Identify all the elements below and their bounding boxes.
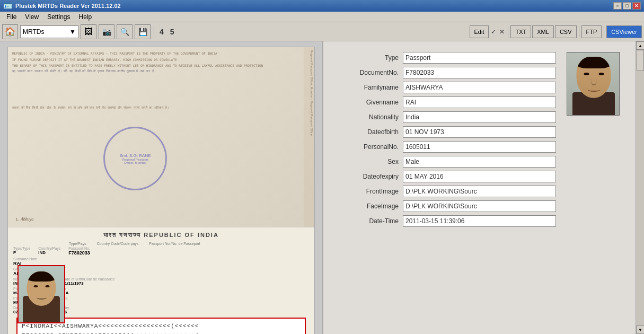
xml-button[interactable]: XML bbox=[532, 25, 554, 38]
dropdown-label: MRTDs bbox=[23, 28, 44, 36]
close-button[interactable]: ✕ bbox=[632, 2, 641, 10]
type-row: Type Passport bbox=[339, 52, 556, 64]
title-bar: 🪪 Plustek MRTDs Reader Ver 2011.12.02 − … bbox=[0, 0, 644, 12]
passport-small-photo bbox=[17, 265, 65, 323]
document-no-label: DocumentNo. bbox=[339, 69, 403, 76]
toolbar-magnify-button[interactable]: 🔍 bbox=[117, 24, 133, 39]
sex-value[interactable]: Male bbox=[403, 156, 556, 168]
nationality-value[interactable]: India bbox=[403, 111, 556, 123]
toolbar-scan-button[interactable]: 🖼 bbox=[81, 24, 96, 39]
given-name-row: Givenname RAI bbox=[339, 96, 556, 108]
ftp-button[interactable]: FTP bbox=[581, 25, 602, 38]
passport-top: REPUBLIC OF INDIA · MINISTRY OF EXTERNAL… bbox=[8, 47, 314, 227]
document-no-row: DocumentNo. F7802033 bbox=[339, 67, 556, 78]
dob-value[interactable]: 01 NOV 1973 bbox=[403, 126, 556, 138]
left-panel: REPUBLIC OF INDIA · MINISTRY OF EXTERNAL… bbox=[0, 41, 323, 334]
republic-header: भारत गणराज्य REPUBLIC OF INDIA bbox=[13, 232, 309, 239]
csviewer-button[interactable]: CSViewer bbox=[606, 25, 642, 38]
face-photo bbox=[567, 52, 620, 116]
page-number-5: 5 bbox=[168, 28, 177, 36]
csv-button[interactable]: CSV bbox=[555, 25, 577, 38]
check-icon[interactable]: ✓ bbox=[490, 28, 497, 36]
toolbar-home-button[interactable]: 🏠 bbox=[2, 24, 18, 39]
passport-stamp: Smt. S.G. RANE Regional Passport Officer… bbox=[103, 127, 167, 190]
scroll-down-button[interactable]: ▼ bbox=[636, 326, 644, 334]
dob-label: Dateofbirth bbox=[339, 128, 403, 136]
toolbar-save-button[interactable]: 💾 bbox=[135, 24, 151, 39]
front-image-row: FrontImage D:\PLK WORKING\Sourc bbox=[339, 186, 556, 197]
datetime-value[interactable]: 2011-03-15 11:39:06 bbox=[403, 215, 556, 227]
family-name-label: Familyname bbox=[339, 84, 403, 91]
nationality-label: Nationality bbox=[339, 113, 403, 121]
app-title: Plustek MRTDs Reader Ver 2011.12.02 bbox=[15, 3, 121, 9]
expiry-value[interactable]: 01 MAY 2016 bbox=[403, 171, 556, 182]
personal-no-label: PersonalNo. bbox=[339, 143, 403, 151]
menu-view[interactable]: View bbox=[21, 12, 43, 22]
menu-settings[interactable]: Settings bbox=[43, 12, 74, 22]
passport-dob: 01/11/1973 bbox=[63, 281, 115, 286]
passport-docno: F7802033 bbox=[68, 250, 90, 256]
personal-no-row: PersonalNo. 1605011 bbox=[339, 141, 556, 153]
toolbar-separator-1 bbox=[154, 25, 154, 38]
data-fields: Type Passport DocumentNo. F7802033 Famil… bbox=[339, 52, 556, 230]
type-value[interactable]: Passport bbox=[403, 52, 556, 64]
expiry-row: Dateofexpiry 01 MAY 2016 bbox=[339, 171, 556, 182]
datetime-row: Date-Time 2011-03-15 11:39:06 bbox=[339, 215, 556, 227]
toolbar: 🏠 MRTDs ▼ 🖼 📷 🔍 💾 4 5 Edit ✓ ✕ TXT XML C… bbox=[0, 22, 644, 41]
txt-button[interactable]: TXT bbox=[510, 25, 531, 38]
menu-bar: File View Settings Help bbox=[0, 12, 644, 22]
toolbar-camera-button[interactable]: 📷 bbox=[99, 24, 114, 39]
datetime-label: Date-Time bbox=[339, 217, 403, 225]
menu-file[interactable]: File bbox=[2, 12, 21, 22]
type-label: Type bbox=[339, 54, 403, 61]
menu-help[interactable]: Help bbox=[75, 12, 96, 22]
cancel-icon[interactable]: ✕ bbox=[498, 28, 506, 36]
scroll-up-button[interactable]: ▲ bbox=[636, 41, 644, 50]
face-image-label: FaceImage bbox=[339, 203, 403, 210]
document-no-value[interactable]: F7802033 bbox=[403, 67, 556, 78]
face-image-row: FaceImage D:\PLK WORKING\Sourc bbox=[339, 200, 556, 212]
passport-type: P bbox=[13, 250, 30, 255]
dob-row: Dateofbirth 01 NOV 1973 bbox=[339, 126, 556, 138]
right-scrollbar[interactable]: ▲ ▼ bbox=[636, 41, 644, 334]
passport-data-section: भारत गणराज्य REPUBLIC OF INDIA Type/Pays… bbox=[8, 227, 314, 334]
passport-country: IND bbox=[38, 250, 60, 255]
toolbar-separator-3 bbox=[579, 25, 579, 38]
personal-no-value[interactable]: 1605011 bbox=[403, 141, 556, 153]
passport-image: REPUBLIC OF INDIA · MINISTRY OF EXTERNAL… bbox=[7, 47, 315, 334]
scroll-thumb[interactable] bbox=[637, 50, 644, 71]
face-image-value[interactable]: D:\PLK WORKING\Sourc bbox=[403, 200, 556, 212]
expiry-label: Dateofexpiry bbox=[339, 173, 403, 180]
toolbar-dropdown[interactable]: MRTDs ▼ bbox=[20, 25, 78, 38]
main-content: REPUBLIC OF INDIA · MINISTRY OF EXTERNAL… bbox=[0, 41, 644, 334]
sex-label: Sex bbox=[339, 158, 403, 165]
right-panel: Type Passport DocumentNo. F7802033 Famil… bbox=[323, 41, 636, 334]
family-name-value[interactable]: AISHWARYA bbox=[403, 82, 556, 93]
dropdown-arrow-icon: ▼ bbox=[69, 28, 76, 36]
nationality-row: Nationality India bbox=[339, 111, 556, 123]
given-name-label: Givenname bbox=[339, 99, 403, 106]
mrz-line-2: F7802033<0IND7311017F1605011<<<<<<<<<<<<… bbox=[22, 331, 301, 334]
toolbar-separator-2 bbox=[508, 25, 508, 38]
family-name-row: Familyname AISHWARYA bbox=[339, 82, 556, 93]
edit-button[interactable]: Edit bbox=[470, 25, 489, 38]
vertical-text: Regional Passport Office, Mumbai · Regio… bbox=[304, 47, 314, 227]
front-image-label: FrontImage bbox=[339, 188, 403, 195]
face-avatar bbox=[567, 52, 620, 116]
page-number-4: 4 bbox=[157, 28, 166, 36]
data-section: Type Passport DocumentNo. F7802033 Famil… bbox=[339, 52, 620, 230]
front-image-value[interactable]: D:\PLK WORKING\Sourc bbox=[403, 186, 556, 197]
sex-row: Sex Male bbox=[339, 156, 556, 168]
maximize-button[interactable]: □ bbox=[623, 2, 631, 10]
toolbar-separator-4 bbox=[604, 25, 604, 38]
given-name-value[interactable]: RAI bbox=[403, 96, 556, 108]
minimize-button[interactable]: − bbox=[613, 2, 622, 10]
scroll-track bbox=[636, 50, 644, 326]
app-icon: 🪪 bbox=[3, 2, 12, 10]
